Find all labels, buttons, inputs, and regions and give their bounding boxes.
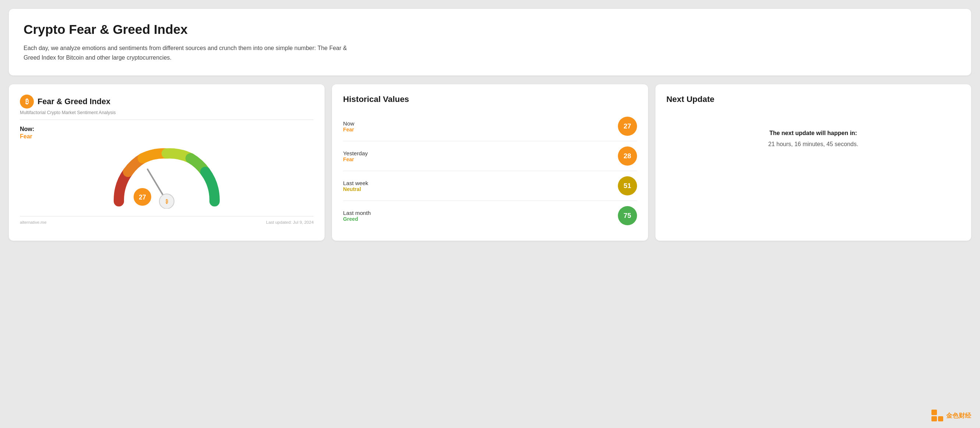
hist-row-lastweek-info: Last week Neutral [343,180,368,192]
svg-text:27: 27 [139,194,146,201]
next-update-title: Next Update [667,95,960,104]
hist-badge-yesterday: 28 [618,146,637,165]
fgi-header: ₿ Fear & Greed Index [20,95,313,108]
bottom-logo: 金色财经 [931,410,971,422]
hist-row-now-info: Now Fear [343,120,354,132]
hist-badge-lastweek: 51 [618,176,637,196]
gauge-container: ₿ 27 [20,144,313,208]
fgi-subtitle: Multifactorial Crypto Market Sentiment A… [20,110,313,120]
hist-sentiment-now: Fear [343,127,354,132]
logo-squares [931,410,943,422]
next-update-label: The next update will happen in: [770,130,857,137]
gauge-svg: ₿ 27 [108,144,226,208]
hist-row-lastweek: Last week Neutral 51 [343,171,636,201]
logo-sq-3 [931,416,937,422]
fgi-footer: alternative.me Last updated: Jul 9, 2024 [20,216,313,224]
bitcoin-icon: ₿ [20,95,34,108]
fgi-title: Fear & Greed Index [38,97,110,107]
now-sentiment: Fear [20,133,313,140]
next-update-time: 21 hours, 16 minutes, 45 seconds. [768,141,859,148]
hist-sentiment-lastweek: Neutral [343,186,368,192]
hist-badge-lastmonth: 75 [618,206,637,225]
hist-row-lastmonth: Last month Greed 75 [343,201,636,231]
logo-sq-4 [938,416,943,422]
next-update-body: The next update will happen in: 21 hours… [667,113,960,164]
next-update-card: Next Update The next update will happen … [655,84,971,241]
hist-row-yesterday-info: Yesterday Fear [343,150,368,162]
header-card: Crypto Fear & Greed Index Each day, we a… [9,9,971,75]
hist-label-now: Now [343,120,354,127]
hist-row-lastmonth-info: Last month Greed [343,210,371,222]
hist-sentiment-lastmonth: Greed [343,216,371,222]
logo-sq-2 [938,410,943,415]
logo-text: 金色财经 [946,411,971,420]
logo-sq-1 [931,410,937,415]
svg-text:₿: ₿ [165,199,168,204]
hist-label-lastweek: Last week [343,180,368,186]
hist-badge-now: 27 [618,117,637,136]
fgi-footer-right: Last updated: Jul 9, 2024 [266,220,313,224]
page-title: Crypto Fear & Greed Index [24,22,956,37]
cards-row: ₿ Fear & Greed Index Multifactorial Cryp… [9,84,971,241]
historical-title: Historical Values [343,95,636,104]
hist-row-yesterday: Yesterday Fear 28 [343,141,636,171]
hist-row-now: Now Fear 27 [343,111,636,141]
historical-card: Historical Values Now Fear 27 Yesterday … [332,84,648,241]
page-description: Each day, we analyze emotions and sentim… [24,43,355,62]
hist-sentiment-yesterday: Fear [343,156,368,162]
hist-label-lastmonth: Last month [343,210,371,216]
fgi-footer-left: alternative.me [20,220,46,224]
hist-label-yesterday: Yesterday [343,150,368,156]
fgi-card: ₿ Fear & Greed Index Multifactorial Cryp… [9,84,325,241]
now-label: Now: [20,126,313,132]
